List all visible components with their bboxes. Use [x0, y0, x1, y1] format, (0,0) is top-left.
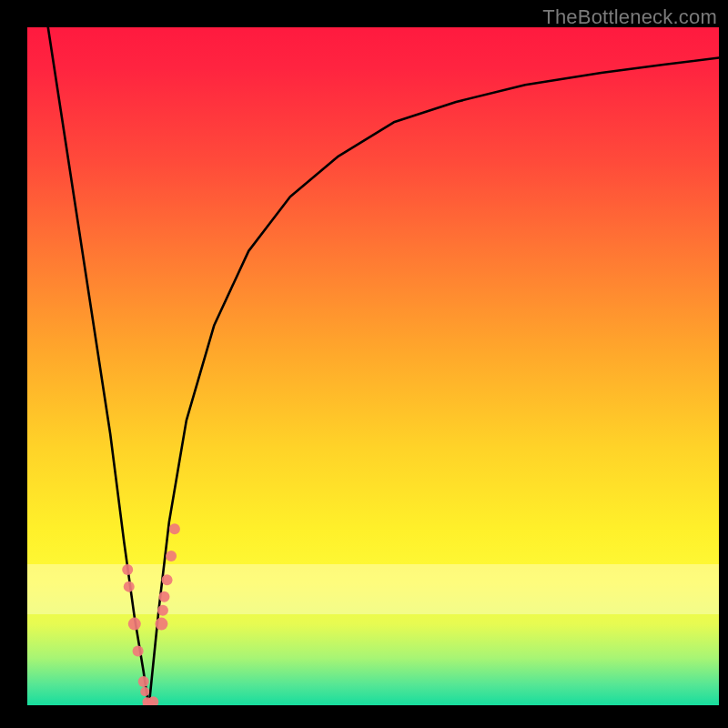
data-point [124, 581, 135, 592]
curve-left-branch [48, 27, 149, 705]
plot-area [27, 27, 719, 705]
data-point [138, 676, 149, 687]
watermark-text: TheBottleneck.com [542, 5, 717, 29]
curve-group [48, 27, 719, 705]
chart-svg [27, 27, 719, 705]
chart-frame: TheBottleneck.com [0, 0, 728, 728]
data-point [155, 618, 167, 631]
data-point [157, 605, 168, 616]
curve-right-branch [149, 58, 719, 705]
data-point [128, 618, 141, 631]
data-point [140, 687, 149, 696]
data-point [166, 551, 177, 561]
data-point [122, 564, 133, 575]
data-point [169, 523, 180, 534]
data-point [158, 592, 169, 602]
data-point [133, 645, 144, 656]
data-point [162, 574, 173, 585]
